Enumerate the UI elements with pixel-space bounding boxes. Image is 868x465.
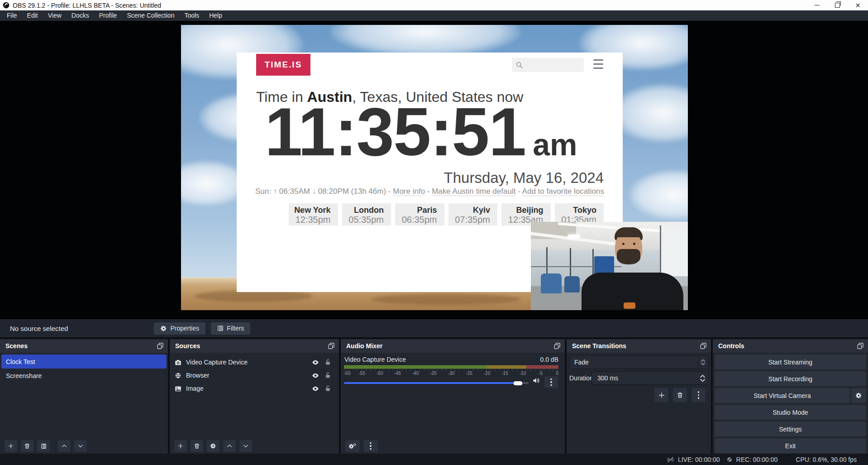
gear-icon [855,392,862,399]
transitions-header: Scene Transitions [567,339,711,353]
mixer-toolbar [345,440,560,452]
add-favorite-link: Add to favorite locations [522,187,604,196]
kebab-icon [550,379,552,386]
gear-icon [210,443,216,449]
live-time: LIVE: 00:00:00 [678,456,720,463]
gear-icon [160,325,167,332]
add-source-button[interactable] [174,440,187,452]
combo-arrows [698,356,708,369]
remove-transition-button[interactable] [673,388,687,402]
exit-button[interactable]: Exit [715,438,866,453]
timeis-clock: 11:35:51am [265,98,577,166]
scene-item-clock-test[interactable]: Clock Test [1,355,167,369]
visibility-eye-icon[interactable] [312,360,319,365]
lock-icon[interactable] [325,385,331,392]
popout-icon[interactable] [157,342,164,350]
speaker-icon[interactable] [533,377,540,384]
menu-profile[interactable]: Profile [94,10,122,21]
popout-icon[interactable] [857,342,864,350]
chevron-down-icon [77,443,84,449]
add-scene-button[interactable] [5,440,17,452]
move-scene-up-button[interactable] [58,440,71,452]
mixer-menu-button[interactable] [363,440,378,452]
city-box: London05:35pm [342,203,391,225]
bright-window [660,225,688,276]
mixer-db-value: 0.0 dB [540,356,558,363]
popout-icon[interactable] [700,342,707,350]
settings-button[interactable]: Settings [715,422,866,436]
virtual-camera-config-button[interactable] [851,388,866,403]
popout-icon[interactable] [328,342,335,350]
move-source-up-button[interactable] [223,440,236,452]
lock-icon[interactable] [325,372,331,379]
add-transition-button[interactable] [654,388,668,402]
audio-mixer-panel: Audio Mixer Video Capture Device 0.0 dB … [341,339,565,454]
visibility-eye-icon[interactable] [312,373,319,379]
city-box: Kyiv07:35pm [448,203,498,225]
sources-toolbar [174,440,334,452]
filters-button[interactable]: Filters [211,322,250,335]
menu-bar: File Edit View Docks Profile Scene Colle… [0,10,868,21]
live-status: LIVE: 00:00:00 [667,456,720,463]
sources-list: Video Capture Device Browser Image [170,353,339,394]
properties-button[interactable]: Properties [154,322,205,335]
move-source-down-button[interactable] [239,440,252,452]
volume-slider[interactable] [344,379,529,387]
cloud [629,170,688,220]
menu-edit[interactable]: Edit [22,10,43,21]
rec-status: REC: 00:00:00 [726,456,778,463]
timeis-date: Thursday, May 16, 2024 [444,169,604,187]
studio-mode-button[interactable]: Studio Mode [715,405,866,420]
menu-docks[interactable]: Docks [67,10,94,21]
duration-spinbox[interactable]: 300 ms [591,371,708,385]
scene-item-screenshare[interactable]: Screenshare [1,369,167,383]
cpu-fps-text: CPU: 0.6%, 30.00 fps [796,456,857,463]
popout-icon[interactable] [553,342,561,350]
transition-properties-button[interactable] [692,388,706,402]
controls-buttons: Start Streaming Start Recording Start Vi… [713,353,868,453]
lock-icon[interactable] [325,359,331,365]
duration-label: Duration [569,374,591,382]
globe-icon [175,372,181,379]
duration-row: Duration 300 ms [569,371,708,385]
visibility-eye-icon[interactable] [312,386,319,392]
search-icon [515,61,523,69]
audio-mixer-header: Audio Mixer [341,339,565,353]
scene-filters-button[interactable] [37,440,50,452]
start-streaming-button[interactable]: Start Streaming [715,355,866,369]
menu-view[interactable]: View [43,10,67,21]
chevron-up-icon[interactable] [700,374,705,378]
source-row-browser[interactable]: Browser [170,370,339,381]
controls-panel: Controls Start Streaming Start Recording… [713,339,868,454]
restore-button[interactable] [827,0,848,10]
more-info-link: More info [393,187,425,196]
source-properties-button[interactable] [207,440,219,452]
scene-preview-canvas[interactable]: TIME.IS Time in Austin, Texas, United St… [181,25,688,310]
close-button[interactable]: ✕ [848,0,868,10]
source-status-text: No source selected [10,325,68,332]
start-recording-button[interactable]: Start Recording [715,371,866,386]
advanced-audio-button[interactable] [345,440,360,452]
window-titlebar: OBS 29.1.2 - Profile: LLHLS BETA - Scene… [0,0,868,10]
blue-chair [541,273,562,293]
chevron-down-icon[interactable] [700,379,705,382]
window-title: OBS 29.1.2 - Profile: LLHLS BETA - Scene… [13,2,161,9]
transition-select[interactable]: Fade [569,355,708,369]
menu-file[interactable]: File [2,10,22,21]
cpu-status: CPU: 0.6%, 30.00 fps [796,456,857,463]
source-row-video-capture[interactable]: Video Capture Device [170,357,339,368]
menu-tools[interactable]: Tools [179,10,204,21]
menu-help[interactable]: Help [204,10,227,21]
remove-scene-button[interactable] [21,440,33,452]
move-scene-down-button[interactable] [74,440,87,452]
volume-handle[interactable] [514,381,522,385]
source-row-image[interactable]: Image [170,383,339,394]
menu-scene-collection[interactable]: Scene Collection [122,10,179,21]
minimize-button[interactable] [807,0,827,10]
timeis-sun-info: Sun: ↑ 06:35AM ↓ 08:20PM (13h 46m) - Mor… [237,187,623,196]
remove-source-button[interactable] [191,440,203,452]
mixer-channel-menu-button[interactable] [544,376,558,388]
audio-level-meter [344,365,558,369]
start-virtual-camera-button[interactable]: Start Virtual Camera [715,388,850,403]
status-bar: LIVE: 00:00:00 REC: 00:00:00 CPU: 0.6%, … [0,454,868,465]
